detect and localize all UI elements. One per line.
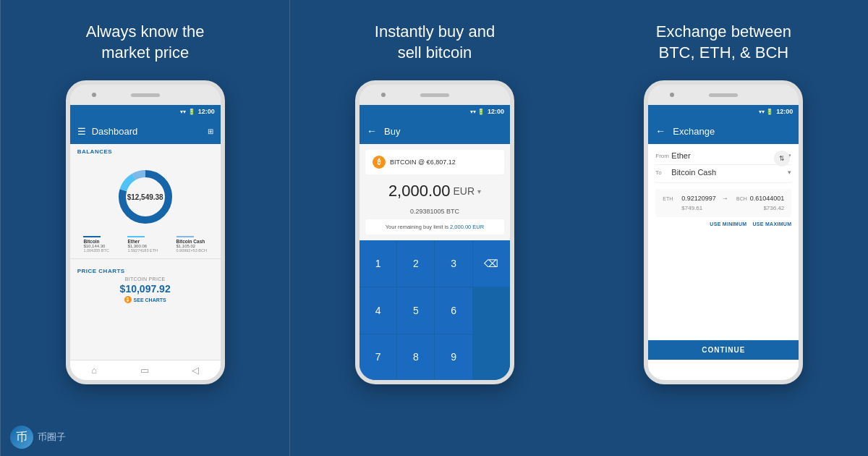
panel-exchange: Exchange betweenBTC, ETH, & BCH ▾▾ 🔋 12:… xyxy=(579,0,868,456)
qr-icon[interactable]: ⊞ xyxy=(208,127,213,135)
exchange-amounts: ETH 0.92120997 → BCH 0.61044001 $749.61 … xyxy=(655,189,791,217)
panel-buy: Instantly buy andsell bitcoin ▾▾ 🔋 12:00… xyxy=(290,0,579,456)
exchange-title: Exchange xyxy=(673,126,715,137)
bottom-nav-1: ⌂ ▭ ◁ xyxy=(70,360,221,380)
phone-top-3 xyxy=(648,85,799,105)
legend-bitcoin: Bitcoin $10,144.30 1.004355 BTC xyxy=(83,236,109,253)
donut-chart-container: $12,549.38 xyxy=(70,157,221,233)
buy-limit-row: Your remaining buy limit is 2,000.00 EUR xyxy=(365,219,504,235)
balances-label: BALANCES xyxy=(70,144,221,157)
from-currency: Ether xyxy=(671,151,788,160)
phone-dashboard: ▾▾ 🔋 12:00 ☰ Dashboard ⊞ BALANCES xyxy=(66,80,225,384)
swap-icon[interactable]: ⇅ xyxy=(774,151,790,166)
status-time-3: 12:00 xyxy=(776,108,793,115)
key-empty-1 xyxy=(473,287,510,334)
key-3[interactable]: 3 xyxy=(435,240,472,287)
key-6[interactable]: 6 xyxy=(435,287,472,334)
use-minimum-button[interactable]: USE MINIMUM xyxy=(710,221,746,227)
buy-limit-amount: 2,000.00 EUR xyxy=(450,224,484,230)
status-time-1: 12:00 xyxy=(198,108,215,115)
bch-legend-name: Bitcoin Cash xyxy=(176,239,205,244)
to-chevron-icon[interactable]: ▾ xyxy=(788,169,791,176)
key-2[interactable]: 2 xyxy=(397,240,434,287)
btc-converted-value: 0.29381005 BTC xyxy=(359,208,510,219)
btc-icon-small: ₿ xyxy=(124,296,132,303)
eur-amount-row: 2,000.00 EUR ▾ xyxy=(359,174,510,208)
key-empty-2 xyxy=(473,334,510,381)
speaker-2 xyxy=(420,93,449,97)
phone-top-1 xyxy=(70,85,221,105)
bitcoin-legend-name: Bitcoin xyxy=(83,239,99,244)
bch-usd: $736.42 xyxy=(763,205,784,211)
amounts-top-row: ETH 0.92120997 → BCH 0.61044001 xyxy=(663,195,784,202)
ether-legend-name: Ether xyxy=(127,239,140,244)
price-charts-label: PRICE CHARTS xyxy=(77,263,213,276)
watermark-name: 币圈子 xyxy=(38,431,66,444)
status-bar-1: ▾▾ 🔋 12:00 xyxy=(70,105,221,118)
bch-label: BCH xyxy=(731,196,747,201)
continue-button[interactable]: CONTINUE xyxy=(648,340,799,360)
from-label: From xyxy=(655,153,671,159)
bitcoin-price-value: $10,097.92 xyxy=(77,283,213,295)
key-backspace[interactable]: ⌫ xyxy=(473,240,510,287)
panel-1-title: Always know themarket price xyxy=(86,22,205,63)
see-charts-button[interactable]: ₿ SEE CHARTS xyxy=(77,296,213,303)
exchange-back-icon[interactable]: ← xyxy=(655,125,665,137)
nav-icon-2[interactable]: ▭ xyxy=(140,365,149,376)
phone-exchange: ▾▾ 🔋 12:00 ← Exchange From Ether ▾ ⇅ xyxy=(644,80,803,384)
dashboard-screen: BALANCES $12,549.38 Bitcoin xyxy=(70,144,221,360)
key-4[interactable]: 4 xyxy=(359,287,396,334)
to-row: To Bitcoin Cash ▾ xyxy=(655,168,791,183)
min-max-row: USE MINIMUM USE MAXIMUM xyxy=(655,221,791,227)
key-1[interactable]: 1 xyxy=(359,240,396,287)
eur-chevron-icon[interactable]: ▾ xyxy=(477,187,481,195)
watermark-symbol: 币 xyxy=(16,430,27,445)
bitcoin-legend-crypto: 1.004355 BTC xyxy=(83,248,109,253)
key-7[interactable]: 7 xyxy=(359,334,396,381)
nav-icon-3[interactable]: ◁ xyxy=(192,365,199,376)
to-label: To xyxy=(655,169,671,176)
eur-currency-label: EUR xyxy=(454,185,475,197)
home-nav-icon[interactable]: ⌂ xyxy=(91,365,97,376)
watermark-circle: 币 xyxy=(10,426,33,449)
legend-bch: Bitcoin Cash $1,105.02 0.90992×53 BCH xyxy=(176,236,207,253)
to-currency: Bitcoin Cash xyxy=(671,168,788,177)
key-5[interactable]: 5 xyxy=(397,287,434,334)
status-time-2: 12:00 xyxy=(488,108,504,115)
camera-icon-3 xyxy=(670,93,674,97)
hamburger-icon[interactable]: ☰ xyxy=(77,126,86,137)
use-maximum-button[interactable]: USE MAXIMUM xyxy=(752,221,791,227)
panel-3-title: Exchange betweenBTC, ETH, & BCH xyxy=(656,22,791,63)
watermark: 币 币圈子 xyxy=(10,426,66,449)
signal-icons: ▾▾ 🔋 xyxy=(180,109,195,115)
btc-price-label: BITCOIN @ €6,807.12 xyxy=(390,159,456,166)
signal-icons-2: ▾▾ 🔋 xyxy=(470,109,485,115)
key-9[interactable]: 9 xyxy=(435,334,472,381)
buy-app-bar: ← Buy xyxy=(359,118,510,144)
key-8[interactable]: 8 xyxy=(397,334,434,381)
exchange-screen: From Ether ▾ ⇅ To Bitcoin Cash ▾ xyxy=(648,144,799,380)
bch-amount: 0.61044001 xyxy=(750,195,785,202)
dashboard-app-bar: ☰ Dashboard ⊞ xyxy=(70,118,221,144)
eth-label: ETH xyxy=(663,196,678,201)
signal-icons-3: ▾▾ 🔋 xyxy=(759,109,773,115)
arrow-icon: → xyxy=(722,195,728,202)
speaker-3 xyxy=(709,93,738,97)
eth-usd: $749.61 xyxy=(663,205,760,211)
exchange-app-bar: ← Exchange xyxy=(648,118,799,144)
from-section: From Ether ▾ ⇅ xyxy=(655,151,791,165)
keypad: 1 2 3 ⌫ 4 5 6 7 8 9 xyxy=(359,240,510,380)
usd-row: $749.61 $736.42 xyxy=(663,205,784,211)
donut-center-value: $12,549.38 xyxy=(127,193,163,201)
buy-title: Buy xyxy=(384,126,400,137)
bitcoin-line xyxy=(83,236,101,237)
back-icon[interactable]: ← xyxy=(367,125,377,137)
backspace-icon: ⌫ xyxy=(484,258,498,269)
eur-amount-value: 2,000.00 xyxy=(388,182,451,200)
panel-2-title: Instantly buy andsell bitcoin xyxy=(375,22,495,63)
see-charts-text: SEE CHARTS xyxy=(134,297,166,303)
from-row: From Ether ▾ xyxy=(655,151,791,165)
phone-buy: ▾▾ 🔋 12:00 ← Buy ₿ BITCOIN @ €6,807.12 2… xyxy=(355,80,514,384)
price-charts-section: PRICE CHARTS BITCOIN PRICE $10,097.92 ₿ … xyxy=(70,259,221,308)
swap-arrows-icon: ⇅ xyxy=(779,155,785,162)
